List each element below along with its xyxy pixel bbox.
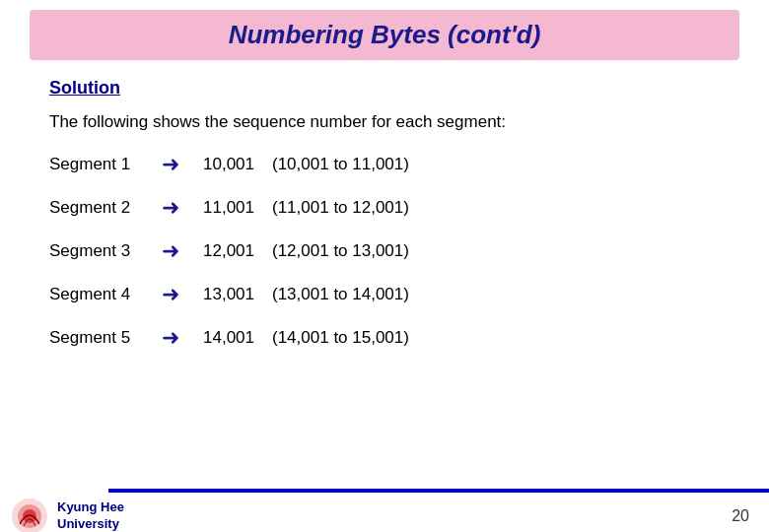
- slide-title: Numbering Bytes (cont'd): [229, 20, 541, 49]
- page-number: 20: [732, 507, 749, 525]
- svg-point-2: [23, 509, 36, 523]
- segment-label-4: Segment 4: [49, 285, 158, 304]
- segment-number-4: 13,001: [203, 285, 272, 304]
- segment-arrow-5: ➜: [162, 325, 179, 351]
- segment-label-3: Segment 3: [49, 241, 158, 261]
- footer-content: Kyung Hee University 20: [0, 493, 769, 532]
- segment-row-3: Segment 3 ➜ 12,001 (12,001 to 13,001): [49, 238, 720, 264]
- segment-range-3: (12,001 to 13,001): [272, 241, 409, 261]
- segment-range-5: (14,001 to 15,001): [272, 328, 409, 348]
- segment-number-1: 10,001: [203, 155, 272, 174]
- segment-number-2: 11,001: [203, 198, 272, 218]
- university-logo-icon: [10, 497, 49, 532]
- university-name: Kyung Hee University: [57, 499, 124, 532]
- slide: Numbering Bytes (cont'd) Solution The fo…: [0, 10, 769, 532]
- segment-arrow-1: ➜: [162, 152, 179, 177]
- title-bar: Numbering Bytes (cont'd): [30, 10, 739, 60]
- segment-label-1: Segment 1: [49, 155, 158, 174]
- solution-label: Solution: [49, 78, 720, 99]
- segment-row-4: Segment 4 ➜ 13,001 (13,001 to 14,001): [49, 282, 720, 307]
- segment-arrow-2: ➜: [162, 195, 179, 221]
- segment-label-5: Segment 5: [49, 328, 158, 348]
- segment-row-2: Segment 2 ➜ 11,001 (11,001 to 12,001): [49, 195, 720, 221]
- intro-text: The following shows the sequence number …: [49, 112, 720, 132]
- segment-number-3: 12,001: [203, 241, 272, 261]
- segments-list: Segment 1 ➜ 10,001 (10,001 to 11,001) Se…: [49, 152, 720, 351]
- segment-label-2: Segment 2: [49, 198, 158, 218]
- segment-arrow-3: ➜: [162, 238, 179, 264]
- footer: Kyung Hee University 20: [0, 489, 769, 532]
- segment-number-5: 14,001: [203, 328, 272, 348]
- segment-row-1: Segment 1 ➜ 10,001 (10,001 to 11,001): [49, 152, 720, 177]
- segment-range-2: (11,001 to 12,001): [272, 198, 409, 218]
- content-area: Solution The following shows the sequenc…: [0, 60, 769, 378]
- logo-area: Kyung Hee University: [10, 497, 124, 532]
- segment-range-4: (13,001 to 14,001): [272, 285, 409, 304]
- segment-arrow-4: ➜: [162, 282, 179, 307]
- segment-row-5: Segment 5 ➜ 14,001 (14,001 to 15,001): [49, 325, 720, 351]
- segment-range-1: (10,001 to 11,001): [272, 155, 409, 174]
